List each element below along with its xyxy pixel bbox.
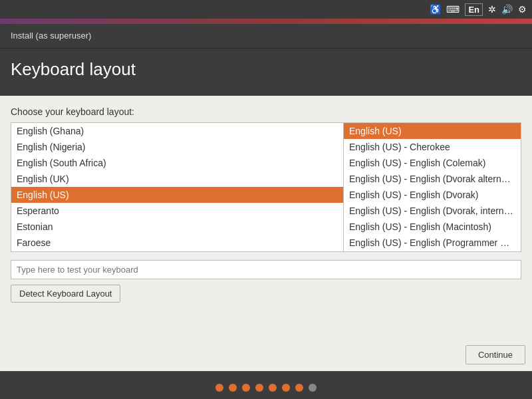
list-item[interactable]: English (South Africa) [11,155,343,171]
progress-dot-7 [295,384,303,392]
right-list-item[interactable]: English (US) - English (Macintosh) [344,219,521,235]
right-list-item[interactable]: English (US) - English (Dvorak, internat… [344,203,521,219]
list-item[interactable]: Esperanto [11,203,343,219]
bluetooth-icon[interactable]: ✲ [488,4,496,15]
window-header: Install (as superuser) [0,24,532,49]
list-item[interactable]: Faroese [11,235,343,251]
list-item-selected[interactable]: English (US) [11,187,343,203]
accessibility-icon[interactable]: ♿ [430,4,441,15]
list-item[interactable]: English (Ghana) [11,123,343,139]
right-list[interactable]: English (US) English (US) - Cherokee Eng… [344,123,521,251]
list-item[interactable]: Filipino [11,251,343,251]
choose-label: Choose your keyboard layout: [11,106,521,117]
continue-button[interactable]: Continue [466,345,525,364]
progress-dot-4 [255,384,263,392]
window-title: Install (as superuser) [11,31,91,41]
right-list-item[interactable]: English (US) - English (Programmer Dvora… [344,235,521,251]
content-area: Choose your keyboard layout: English (Gh… [0,96,532,399]
list-item[interactable]: Estonian [11,219,343,235]
progress-dot-1 [215,384,223,392]
right-list-item-selected[interactable]: English (US) [344,123,521,139]
progress-dot-5 [269,384,277,392]
right-list-item[interactable]: English (US) - English (Colemak) [344,155,521,171]
title-gradient-bar [0,19,532,24]
keyboard-test-input[interactable] [11,260,521,279]
keyboard-icon[interactable]: ⌨ [446,4,460,15]
lists-container: English (Ghana) English (Nigeria) Englis… [11,122,521,252]
left-list[interactable]: English (Ghana) English (Nigeria) Englis… [11,123,344,251]
right-list-item[interactable]: English (US) - English (Dvorak) [344,187,521,203]
button-area: Continue [466,345,525,364]
progress-dot-3 [242,384,250,392]
bottom-bar [0,371,532,399]
language-indicator[interactable]: En [465,3,483,16]
system-bar: ♿ ⌨ En ✲ 🔊 ⚙ [0,0,532,19]
page-title-area: Keyboard layout [0,49,532,96]
page-title: Keyboard layout [11,59,521,80]
list-item[interactable]: English (Nigeria) [11,139,343,155]
volume-icon[interactable]: 🔊 [501,4,513,15]
right-list-item[interactable]: English (US) - English (Dvorak alternati… [344,171,521,187]
progress-dot-2 [229,384,237,392]
list-item[interactable]: English (UK) [11,171,343,187]
settings-icon[interactable]: ⚙ [518,4,527,15]
right-list-item[interactable]: English (US) - English (US, alternative … [344,251,521,251]
main-container: Install (as superuser) Keyboard layout C… [0,24,532,399]
progress-dot-8 [309,384,317,392]
detect-keyboard-layout-button[interactable]: Detect Keyboard Layout [11,285,120,303]
progress-dot-6 [282,384,290,392]
right-list-item[interactable]: English (US) - Cherokee [344,139,521,155]
